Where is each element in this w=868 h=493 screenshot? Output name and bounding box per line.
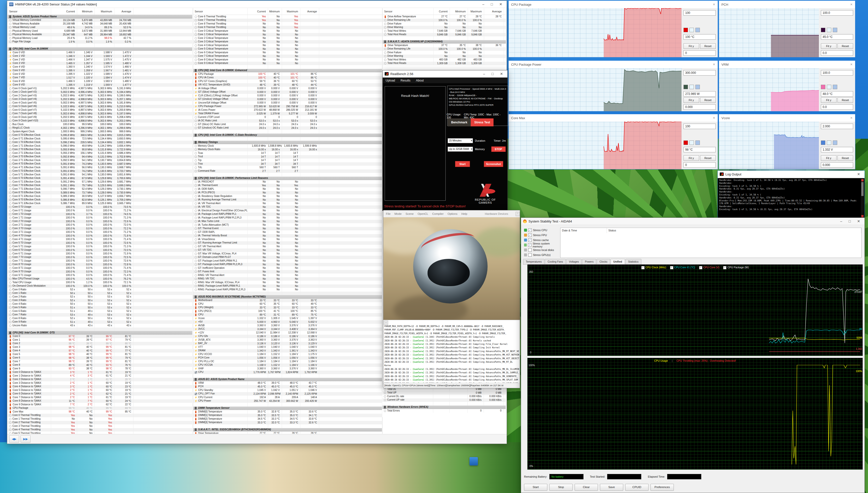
sensor-row[interactable]: System Agent Clock1,000.5 MHz999.3 MHz1,… xyxy=(8,130,193,133)
close-icon[interactable]: ✕ xyxy=(713,63,715,66)
panel-title-bar[interactable]: VRM✕ xyxy=(719,61,855,68)
start-button[interactable]: Start xyxy=(524,484,547,491)
sensor-row[interactable]: Core 3 Critical TemperatureNoNoNo xyxy=(193,40,382,44)
checkbox[interactable]: ✓ xyxy=(528,238,532,242)
sensor-row[interactable]: Core 6 Critical TemperatureNoNoNo xyxy=(193,51,382,55)
sensor-row[interactable]: Trfc560 T560 T560 T xyxy=(193,166,382,169)
screenshot-button[interactable]: Screenshot xyxy=(484,161,503,167)
close-icon[interactable]: ✕ xyxy=(857,172,860,176)
prev-page-button[interactable]: ◀▶ xyxy=(9,435,19,443)
tab-voltages[interactable]: Voltages xyxy=(566,259,582,264)
aida64-titlebar[interactable]: System Stability Test - AIDA64 – □ ✕ xyxy=(521,218,865,225)
sensor-section-row[interactable]: CPU [#0]: Intel Core i9-10900K: Enhanced xyxy=(193,69,382,72)
pane-header[interactable]: SensorCurrentMinimumMaximumAverage xyxy=(383,8,506,15)
sensor-row[interactable]: PCH Core1.056 V1.056 V1.056 V1.056 V xyxy=(193,356,382,360)
legend-checkbox[interactable]: ✓ xyxy=(641,266,645,269)
sensor-row[interactable]: Physical Memory Load20.4 %11.2 %98.0 %42… xyxy=(8,37,193,40)
sensor-row[interactable]: Core 8 Distance to TjMAX11 °C7 °C60 °C24… xyxy=(8,399,193,403)
sensor-row[interactable]: Core 1 T1 Effective Clock5,096.0 MHz49.8… xyxy=(8,144,193,148)
grid-color-swatch[interactable] xyxy=(695,141,700,145)
sensor-row[interactable]: Drive Temperature37 °C35 °C38 °C36 °C xyxy=(383,44,506,47)
sensor-row[interactable]: IA: PROCHOTNoNoNo xyxy=(193,180,382,184)
sensor-row[interactable]: GT: VR TDCNoNoNo xyxy=(193,249,382,252)
sensor-row[interactable]: IA: DDR RAPLNoNoNo xyxy=(193,187,382,191)
sensor-row[interactable]: Core 4 T0 Effective Clock5,091.9 MHz74.3… xyxy=(8,162,193,166)
clear-button[interactable]: Clear xyxy=(574,484,598,491)
sensor-row[interactable]: Core 1 T1 Usage100.0 %0.0 %100.0 %71.3 % xyxy=(8,216,193,220)
sensor-row[interactable]: CPU Standby1.045 V1.042 V1.051 V1.046 V xyxy=(193,388,382,392)
stress-option[interactable]: ✓Stress CPU xyxy=(524,228,559,233)
sensor-row[interactable]: Core 2 T0 Usage100.0 %0.0 %100.0 %72.6 % xyxy=(8,220,193,223)
sensor-row[interactable]: Trcd14 T14 T14 T xyxy=(193,155,382,159)
sensor-row[interactable]: Core 0 Ratio52 x50 x53 x52 x xyxy=(8,288,193,292)
checkbox[interactable]: ✓ xyxy=(528,229,532,232)
sensor-row[interactable]: Core 2 T1 Effective Clock5,093.3 MHz156.… xyxy=(8,151,193,155)
sensor-row[interactable]: Current cTDP Level0000 xyxy=(193,115,382,119)
sensor-row[interactable]: Core 5 T0 Effective Clock5,091.6 MHz74.2… xyxy=(8,169,193,173)
sensor-row[interactable]: Core 8 Critical TemperatureNoNoNo xyxy=(193,58,382,62)
sensor-row[interactable]: CLR (CBo/LLC/Ring) Voltage Offset0.000 V… xyxy=(193,94,382,98)
sensor-row[interactable]: IA: Package-Level RAPL/PBM PL1NoNoNo xyxy=(193,213,382,216)
sensor-row[interactable]: Core 5 Clock (perf #6)5,102.5 MHz4,997.5… xyxy=(8,105,193,108)
sensor-row[interactable]: CPU VCCSA1.168 V1.152 V1.184 V1.166 V xyxy=(193,363,382,367)
sensor-row[interactable]: Core 6 Thermal ThrottlingYesNoYes xyxy=(193,15,382,19)
reset-button[interactable]: Reset xyxy=(700,98,716,103)
bg-color-swatch[interactable] xyxy=(827,141,831,145)
stress-option[interactable]: ✓Stress cache xyxy=(524,238,559,242)
sensor-row[interactable]: Core 7 T1 Usage100.0 %0.0 %100.0 %72.6 % xyxy=(8,259,193,263)
sensor-section-row[interactable]: ASUS EC: ASUS System Product Name xyxy=(193,378,382,382)
tab-clocks[interactable]: Clocks xyxy=(597,259,610,264)
sensor-row[interactable]: Max CPU/Thread Usage100.0 %4.5 %100.0 %7… xyxy=(8,277,193,281)
sensor-row[interactable]: Core 9 T1 Usage100.0 %0.0 %100.0 %71.4 % xyxy=(8,274,193,277)
sensor-section-row[interactable]: DIMM Temperature Sensor xyxy=(193,407,382,410)
sensor-row[interactable]: GT: DDR RAPLNoNoNo xyxy=(193,230,382,234)
sensor-row[interactable]: Core 0 T0 Usage100.0 %0.0 %100.0 %73.5 % xyxy=(8,206,193,209)
menu-scene[interactable]: Scene xyxy=(405,212,413,215)
sensor-row[interactable]: IA: Package-Level RAPL/PBM PL2,PL3NoNoNo xyxy=(193,216,382,220)
scroll-down-icon[interactable] xyxy=(861,215,864,217)
sensor-row[interactable]: RING: VR Thermal AlertNoNoNo xyxy=(193,274,382,277)
sensor-row[interactable]: IA OC Ratio Limit53.0 x53.0 x53.0 x53.0 … xyxy=(193,119,382,123)
scale-max-box[interactable]: 2.000 xyxy=(821,124,853,129)
sensor-row[interactable]: Uncore Ratio43 x43 x43 x43 x xyxy=(8,324,193,327)
sensor-row[interactable]: Total Host Reads1,309 GB1,308 GB1,309 GB xyxy=(383,62,506,65)
sensor-row[interactable]: Core 1 T0 Usage100.0 %3.7 %100.0 %74.5 % xyxy=(8,213,193,216)
sensor-row[interactable]: Core 993 °C38 °C98 °C78 °C xyxy=(8,367,193,371)
sensor-row[interactable]: Drive Temperature27 °C27 °C28 °C28 °C xyxy=(193,432,382,434)
sensor-row[interactable]: Core 0 Clock (perf #1)5,202.5 MHz4,997.5… xyxy=(8,87,193,90)
sensor-blank-row[interactable] xyxy=(382,402,506,406)
sensor-row[interactable]: CPU Gfx0.186 V0.186 V0.186 V0.186 V xyxy=(193,335,382,338)
sensor-row[interactable]: Core 698 °C38 °C99 °C79 °C xyxy=(8,356,193,360)
grid-color-swatch[interactable] xyxy=(833,28,837,32)
menu-compiler[interactable]: Compiler xyxy=(432,212,444,215)
sensor-row[interactable]: Core 3 Clock (perf #4)5,202.5 MHz4,998.8… xyxy=(8,98,193,101)
sensor-section-row[interactable]: S.M.A.R.T.: INTEL SSDSC2BX480G4 (BTHC504… xyxy=(193,428,382,432)
close-icon[interactable]: ✕ xyxy=(713,116,715,120)
pane-header[interactable]: SensorCurrentMinimumMaximumAverage xyxy=(8,8,193,15)
sensor-row[interactable]: Core 4 T0 Usage100.0 %0.0 %100.0 %71.8 % xyxy=(8,234,193,238)
sensor-row[interactable]: Core 889 °C40 °C93 °C76 °C xyxy=(8,363,193,367)
sensor-row[interactable]: DRAM1.343 V1.343 V1.361 V1.343 V xyxy=(193,349,382,353)
sensor-row[interactable]: Core 0 Thermal ThrottlingYesNoYes xyxy=(8,414,193,417)
sensor-row[interactable]: Core 0 T1 Usage100.0 %0.0 %100.0 %71.2 % xyxy=(8,209,193,213)
scale-min-box[interactable]: 0.000 xyxy=(821,162,853,168)
checkbox[interactable] xyxy=(528,248,532,252)
sensor-row[interactable]: Total CPU Usage100.0 %1.2 %100.0 %72.1 % xyxy=(8,281,193,284)
maximize-icon[interactable]: □ xyxy=(491,72,493,76)
sensor-row[interactable]: Core 7 Thermal ThrottlingYesNoYes xyxy=(193,19,382,22)
sensor-row[interactable]: Core 3 Thermal ThrottlingYesNoYes xyxy=(8,424,193,428)
sensor-row[interactable]: Core 9 T0 Usage100.0 %0.0 %100.0 %72.3 % xyxy=(8,270,193,274)
sensor-row[interactable]: CPU89 °C31 °C89 °C75 °C xyxy=(193,313,382,317)
sensor-row[interactable]: RING: VR TDCNoNoNo xyxy=(193,277,382,281)
panel-title-bar[interactable]: PCH✕ xyxy=(719,1,855,8)
bg-color-swatch[interactable] xyxy=(689,85,694,89)
scale-max-box[interactable]: 100 xyxy=(684,124,716,129)
scale-min-box[interactable]: 0.0 xyxy=(821,104,853,110)
sensor-row[interactable]: Current DL rate0.000 KB/s0.000 KB/s xyxy=(382,395,506,399)
panel-title-bar[interactable]: Vcore✕ xyxy=(719,114,855,122)
fit-y-button[interactable]: Fit y xyxy=(821,155,836,161)
fit-y-button[interactable]: Fit y xyxy=(821,98,836,103)
sensor-row[interactable]: Motherboard33 °C33 °C33 °C33 °C xyxy=(193,299,382,302)
sensor-row[interactable]: Core 7 T0 Effective Clock5,091.1 MHz79.7… xyxy=(8,184,193,188)
sensor-blank-row[interactable] xyxy=(193,424,382,428)
